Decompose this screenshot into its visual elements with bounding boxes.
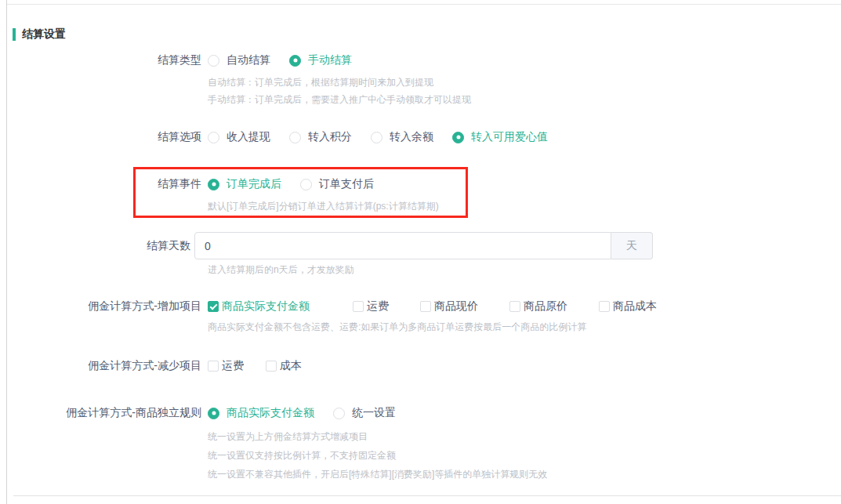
commission-product-rule-row: 佣金计算方式-商品独立规则 商品实际支付金额 统一设置 (0, 405, 415, 421)
settlement-option-label: 结算选项 (0, 130, 201, 144)
commission-minus-row: 佣金计算方式-减少项目 运费 成本 (0, 358, 324, 374)
radio-checked-icon[interactable] (452, 132, 464, 143)
radio-option-label[interactable]: 转入积分 (308, 130, 352, 144)
radio-option-income-withdraw[interactable]: 收入提现 (208, 130, 270, 144)
checkbox-option-label[interactable]: 成本 (280, 359, 302, 373)
settlement-type-help-line-2: 手动结算：订单完成后，需要进入推广中心手动领取才可以提现 (208, 91, 471, 108)
commission-add-options: 商品实际支付金额 运费 商品现价 商品原价 商品成本 (208, 299, 688, 314)
settlement-days-label: 结算天数 (0, 239, 190, 253)
radio-checked-icon[interactable] (289, 55, 301, 67)
settlement-type-help-line-1: 自动结算：订单完成后，根据结算期时间来加入到提现 (208, 74, 433, 91)
settlement-type-options: 自动结算 手动结算 (208, 53, 371, 67)
checkbox-option-minus-cost[interactable]: 成本 (266, 359, 302, 373)
radio-icon[interactable] (300, 179, 312, 190)
radio-option-label[interactable]: 收入提现 (227, 130, 270, 144)
radio-option-to-points[interactable]: 转入积分 (289, 130, 352, 144)
checkbox-option-minus-shipping-fee[interactable]: 运费 (208, 359, 244, 373)
settlement-event-label: 结算事件 (0, 177, 201, 191)
radio-option-label[interactable]: 手动结算 (308, 53, 352, 67)
checkbox-option-product-cost[interactable]: 商品成本 (599, 299, 657, 314)
settlement-option-options: 收入提现 转入积分 转入余额 转入可用爱心值 (208, 130, 567, 144)
checkbox-icon[interactable] (420, 301, 431, 312)
radio-option-label[interactable]: 订单完成后 (227, 177, 281, 191)
radio-icon[interactable] (208, 55, 219, 67)
settlement-days-input[interactable] (194, 232, 611, 259)
radio-option-label[interactable]: 统一设置 (352, 406, 396, 420)
checkbox-icon[interactable] (208, 361, 219, 372)
checkbox-option-label[interactable]: 商品现价 (434, 299, 478, 314)
radio-icon[interactable] (289, 132, 301, 143)
radio-icon[interactable] (371, 132, 382, 143)
checkbox-option-label[interactable]: 商品实际支付金额 (222, 299, 310, 314)
settlement-days-help: 进入结算期后的n天后，才发放奖励 (208, 261, 354, 278)
product-rule-help-line-1: 统一设置为上方佣金结算方式增减项目 (208, 428, 368, 445)
settlement-days-input-group: 天 (194, 232, 653, 259)
checkbox-option-label[interactable]: 运费 (222, 359, 244, 373)
settlement-event-row: 结算事件 订单完成后 订单支付后 (0, 176, 393, 192)
checkbox-icon[interactable] (509, 301, 520, 312)
radio-checked-icon[interactable] (208, 408, 219, 419)
section-accent-bar (13, 28, 16, 41)
radio-icon[interactable] (208, 132, 219, 143)
radio-option-rule-actual-paid-amount[interactable]: 商品实际支付金额 (208, 406, 314, 420)
radio-option-manual-settle[interactable]: 手动结算 (289, 53, 352, 67)
settlement-type-row: 结算类型 自动结算 手动结算 (0, 53, 371, 68)
checkbox-option-label[interactable]: 商品原价 (524, 299, 567, 314)
commission-product-rule-label: 佣金计算方式-商品独立规则 (0, 406, 201, 420)
product-rule-help-line-3: 统一设置不兼容其他插件，开启后[特殊结算][消费奖励]等插件的单独计算规则无效 (208, 466, 547, 483)
checkbox-icon[interactable] (599, 301, 610, 312)
radio-option-label[interactable]: 自动结算 (227, 53, 270, 67)
checkbox-option-original-price[interactable]: 商品原价 (509, 299, 567, 314)
product-rule-help-line-2: 统一设置仅支持按比例计算，不支持固定金额 (208, 447, 396, 464)
settlement-days-row: 结算天数 天 (0, 232, 653, 259)
commission-add-help: 商品实际支付金额不包含运费、运费:如果订单为多商品订单运费按最后一个商品的比例计… (208, 318, 586, 335)
settlement-event-options: 订单完成后 订单支付后 (208, 177, 393, 191)
settlement-event-help: 默认[订单完成后]分销订单进入结算计算(ps:计算结算期) (208, 198, 439, 215)
settlement-type-label: 结算类型 (0, 53, 201, 67)
panel-bottom-border (13, 495, 841, 496)
radio-option-label[interactable]: 转入余额 (390, 130, 433, 144)
commission-add-label: 佣金计算方式-增加项目 (0, 299, 201, 314)
checkbox-option-label[interactable]: 商品成本 (613, 299, 657, 314)
commission-minus-label: 佣金计算方式-减少项目 (0, 359, 201, 373)
radio-option-label[interactable]: 订单支付后 (319, 177, 374, 191)
checkbox-icon[interactable] (353, 301, 364, 312)
checkbox-icon[interactable] (266, 361, 277, 372)
settlement-option-row: 结算选项 收入提现 转入积分 转入余额 转入可用爱心值 (0, 129, 567, 145)
commission-product-rule-options: 商品实际支付金额 统一设置 (208, 406, 415, 420)
checkbox-option-label[interactable]: 运费 (367, 299, 389, 314)
radio-option-to-love-value[interactable]: 转入可用爱心值 (452, 130, 548, 144)
panel-top-border (7, 4, 841, 5)
commission-minus-options: 运费 成本 (208, 359, 324, 373)
radio-option-order-completed[interactable]: 订单完成后 (208, 177, 281, 191)
checkbox-option-actual-paid-amount[interactable]: 商品实际支付金额 (208, 299, 310, 314)
section-header: 结算设置 (13, 27, 66, 42)
days-unit-suffix: 天 (611, 232, 653, 259)
radio-option-auto-settle[interactable]: 自动结算 (208, 53, 270, 67)
radio-option-to-balance[interactable]: 转入余额 (371, 130, 433, 144)
radio-option-order-paid[interactable]: 订单支付后 (300, 177, 374, 191)
radio-checked-icon[interactable] (208, 179, 219, 190)
commission-add-row: 佣金计算方式-增加项目 商品实际支付金额 运费 商品现价 商品原价 商品成本 (0, 299, 688, 314)
radio-option-label[interactable]: 转入可用爱心值 (471, 130, 548, 144)
checkbox-option-shipping-fee[interactable]: 运费 (353, 299, 389, 314)
settlement-settings-page: 结算设置 结算类型 自动结算 手动结算 自动结算：订单完成后，根据结算期时间来加… (0, 0, 841, 504)
radio-option-label[interactable]: 商品实际支付金额 (227, 406, 314, 420)
section-title: 结算设置 (22, 27, 66, 42)
checkbox-option-current-price[interactable]: 商品现价 (420, 299, 478, 314)
checkbox-checked-icon[interactable] (208, 301, 219, 312)
radio-icon[interactable] (333, 408, 345, 419)
radio-option-unified-setting[interactable]: 统一设置 (333, 406, 396, 420)
